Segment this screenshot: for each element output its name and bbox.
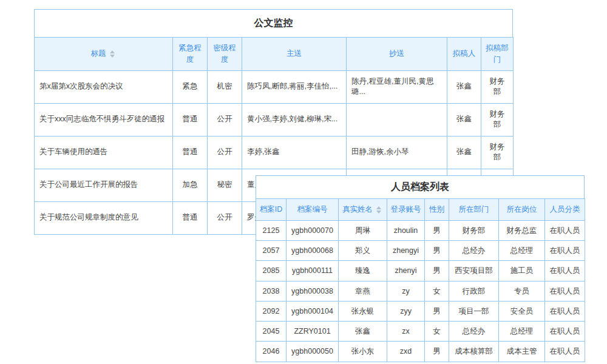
person-code-cell: ygbh000068 — [287, 241, 339, 261]
person-name-link[interactable]: 郑义 — [339, 241, 387, 261]
table-row: 关于xxx同志临危不惧勇斗歹徒的通报 普通 公开 黄小强,李婷,刘健,柳琳,宋.… — [35, 103, 514, 136]
person-dept-cell: 项目一部 — [449, 301, 499, 321]
doc-dept-cell: 财务部 — [481, 136, 514, 169]
doc-urgency-cell: 普通 — [173, 103, 208, 136]
doc-header-row: 标题 紧急程度 密级程度 主送 抄送 拟稿人 拟稿部门 — [35, 38, 514, 71]
table-row: 2092 ygbh000104 张永银 zyy 男 项目一部 安全员 在职人员 — [256, 301, 585, 321]
personnel-archive-panel: 人员档案列表 档案ID 档案编号 真实姓名 登录账号 性别 所在部门 所在岗位 … — [256, 175, 585, 362]
table-row: 2125 ygbh000070 周琳 zhoulin 男 财务部 财务总监 在职… — [256, 220, 585, 240]
doc-drafter-cell: 张鑫 — [447, 70, 481, 103]
person-dept-cell: 西安项目部 — [449, 261, 499, 281]
person-id-cell: 2046 — [256, 342, 287, 362]
caret-down-icon — [376, 211, 381, 214]
person-dept-cell: 行政部 — [449, 281, 499, 301]
doc-col-title-label: 标题 — [91, 49, 106, 58]
doc-monitor-title: 公文监控 — [34, 9, 513, 37]
person-name-link[interactable]: 张永银 — [339, 301, 387, 321]
person-id-cell: 2085 — [256, 261, 287, 281]
person-account-cell: zhenyi — [387, 261, 425, 281]
person-account-cell: zxd — [387, 342, 425, 362]
table-row: 2045 ZZRY0101 张鑫 zx 女 总经办 总经理 在职人员 — [256, 322, 585, 342]
person-dept-cell: 财务部 — [449, 220, 499, 240]
doc-urgency-cell: 普通 — [173, 136, 208, 169]
person-dept-cell: 总经办 — [449, 241, 499, 261]
sort-icon[interactable] — [108, 50, 117, 58]
person-gender-cell: 男 — [425, 342, 449, 362]
doc-col-secrecy: 密级程度 — [208, 38, 242, 71]
person-post-cell: 总经理 — [499, 241, 545, 261]
person-code-cell: ygbh000038 — [287, 281, 339, 301]
person-code-cell: ZZRY0101 — [287, 322, 339, 342]
personnel-archive-table: 档案ID 档案编号 真实姓名 登录账号 性别 所在部门 所在岗位 人员分类 21… — [256, 198, 585, 362]
doc-title-link[interactable]: 关于规范公司规章制度的意见 — [35, 201, 173, 234]
person-id-cell: 2125 — [256, 220, 287, 240]
sort-icon[interactable] — [375, 206, 383, 214]
doc-col-main: 主送 — [242, 38, 347, 71]
person-gender-cell: 男 — [425, 301, 449, 321]
person-gender-cell: 男 — [425, 241, 449, 261]
doc-secrecy-cell: 机密 — [208, 70, 242, 103]
doc-col-title[interactable]: 标题 — [35, 38, 173, 71]
doc-secrecy-cell: 公开 — [208, 201, 242, 234]
doc-col-cc: 抄送 — [347, 38, 447, 71]
caret-up-icon — [376, 206, 381, 209]
doc-title-link[interactable]: 关于车辆使用的通告 — [35, 136, 173, 169]
person-account-cell: zx — [387, 322, 425, 342]
person-category-cell: 在职人员 — [545, 301, 585, 321]
person-post-cell: 施工员 — [499, 261, 545, 281]
person-header-row: 档案ID 档案编号 真实姓名 登录账号 性别 所在部门 所在岗位 人员分类 — [256, 199, 585, 221]
person-gender-cell: 男 — [425, 261, 449, 281]
person-gender-cell: 女 — [425, 322, 449, 342]
doc-col-drafter: 拟稿人 — [447, 38, 481, 71]
page: 公文监控 标题 紧急程度 密级程度 主送 抄送 拟稿人 拟稿部门 — [0, 0, 607, 364]
person-id-cell: 2092 — [256, 301, 287, 321]
person-id-cell: 2045 — [256, 322, 287, 342]
person-name-link[interactable]: 章燕 — [339, 281, 387, 301]
person-dept-cell: 总经办 — [449, 322, 499, 342]
person-name-link[interactable]: 周琳 — [339, 220, 387, 240]
person-post-cell: 安全员 — [499, 301, 545, 321]
person-col-account: 登录账号 — [387, 199, 425, 221]
person-account-cell: zyy — [387, 301, 425, 321]
person-account-cell: zhengyi — [387, 241, 425, 261]
person-dept-cell: 成本核算部 — [449, 342, 499, 362]
table-row: 2057 ygbh000068 郑义 zhengyi 男 总经办 总经理 在职人… — [256, 241, 585, 261]
table-row: 关于车辆使用的通告 普通 公开 李婷,张鑫 田静,游恢,余小琴 张鑫 财务部 — [35, 136, 514, 169]
doc-secrecy-cell: 秘密 — [208, 169, 242, 201]
doc-secrecy-cell: 公开 — [208, 136, 242, 169]
person-name-link[interactable]: 臻逸 — [339, 261, 387, 281]
person-category-cell: 在职人员 — [545, 220, 585, 240]
doc-title-link[interactable]: 关于xxx同志临危不惧勇斗歹徒的通报 — [35, 103, 173, 136]
doc-cc-cell: 陈丹,程亚雄,董川民,黄思璐... — [347, 70, 447, 103]
person-category-cell: 在职人员 — [545, 281, 585, 301]
person-code-cell: ygbh000111 — [287, 261, 339, 281]
table-row: 2085 ygbh000111 臻逸 zhenyi 男 西安项目部 施工员 在职… — [256, 261, 585, 281]
doc-cc-cell: 田静,游恢,余小琴 — [347, 136, 447, 169]
table-row: 第x届第x次股东会的决议 紧急 机密 陈巧凤,断郎,蒋丽,李佳怡,... 陈丹,… — [35, 70, 514, 103]
doc-dept-cell: 财务部 — [481, 103, 514, 136]
person-col-name[interactable]: 真实姓名 — [339, 199, 387, 221]
caret-down-icon — [110, 55, 115, 58]
doc-title-link[interactable]: 关于公司最近工作开展的报告 — [35, 169, 173, 201]
person-gender-cell: 女 — [425, 281, 449, 301]
person-post-cell: 财务总监 — [499, 220, 545, 240]
doc-secrecy-cell: 公开 — [208, 103, 242, 136]
person-col-dept: 所在部门 — [449, 199, 499, 221]
doc-dept-cell: 财务部 — [481, 70, 514, 103]
person-gender-cell: 男 — [425, 220, 449, 240]
doc-drafter-cell: 张鑫 — [447, 136, 481, 169]
person-post-cell: 总经理 — [499, 322, 545, 342]
doc-urgency-cell: 紧急 — [173, 70, 208, 103]
doc-main-cell: 黄小强,李婷,刘健,柳琳,宋... — [242, 103, 347, 136]
person-id-cell: 2038 — [256, 281, 287, 301]
doc-title-link[interactable]: 第x届第x次股东会的决议 — [35, 70, 173, 103]
doc-col-urgency: 紧急程度 — [173, 38, 208, 71]
person-col-category: 人员分类 — [545, 199, 585, 221]
table-row: 2038 ygbh000038 章燕 zy 女 行政部 专员 在职人员 — [256, 281, 585, 301]
personnel-archive-title: 人员档案列表 — [256, 175, 585, 198]
person-code-cell: ygbh000050 — [287, 342, 339, 362]
person-name-link[interactable]: 张小东 — [339, 342, 387, 362]
doc-urgency-cell: 普通 — [173, 201, 208, 234]
person-name-link[interactable]: 张鑫 — [339, 322, 387, 342]
person-code-cell: ygbh000104 — [287, 301, 339, 321]
